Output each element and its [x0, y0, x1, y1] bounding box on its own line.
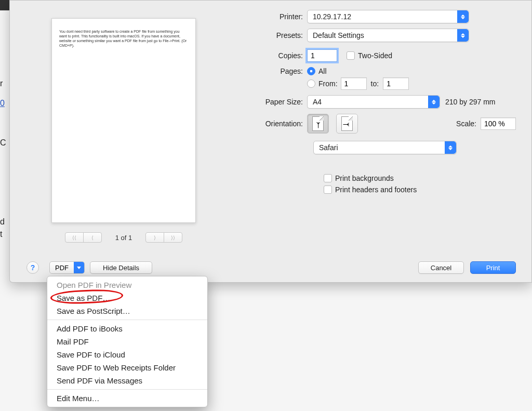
last-page-button[interactable]: ⟩⟩ [164, 232, 182, 243]
preview-column: You dont need third party software to cr… [51, 18, 196, 243]
page-indicator: 1 of 1 [105, 234, 143, 242]
pages-label: Pages: [246, 67, 307, 75]
copies-input[interactable] [307, 49, 337, 62]
person-icon: ᛉ [342, 123, 350, 126]
scale-label: Scale: [456, 120, 481, 128]
paper-size-label: Paper Size: [246, 98, 307, 106]
app-options-value: Safari [314, 143, 343, 152]
menu-add-to-ibooks[interactable]: Add PDF to iBooks [47, 322, 207, 335]
scale-input[interactable] [481, 117, 516, 130]
print-button[interactable]: Print [470, 261, 516, 274]
pages-all-radio[interactable] [307, 67, 315, 75]
next-page-button[interactable]: ⟩ [145, 232, 164, 243]
presets-select[interactable]: Default Settings [307, 29, 469, 42]
presets-label: Presets: [246, 31, 307, 39]
bg-text-fragment: d [0, 217, 8, 227]
copies-label: Copies: [246, 51, 307, 60]
menu-save-as-pdf[interactable]: Save as PDF… [47, 291, 207, 304]
menu-web-receipts[interactable]: Save PDF to Web Receipts Folder [47, 361, 207, 374]
menu-save-to-icloud[interactable]: Save PDF to iCloud [47, 348, 207, 361]
bg-link-fragment: 0 [0, 99, 8, 108]
prev-page-button[interactable]: ⟨ [83, 232, 102, 243]
print-headers-checkbox[interactable] [324, 185, 332, 194]
pages-from-input[interactable] [341, 77, 367, 90]
two-sided-checkbox[interactable] [347, 51, 355, 60]
app-options-select[interactable]: Safari [313, 141, 457, 154]
menu-send-messages[interactable]: Send PDF via Messages [47, 374, 207, 387]
two-sided-label: Two-Sided [358, 51, 392, 60]
form-column: Printer: 10.29.17.12 Presets: Default Se… [246, 10, 516, 199]
paper-dimensions: 210 by 297 mm [445, 98, 496, 106]
pdf-menu-button[interactable]: PDF [49, 261, 85, 274]
bottom-action-row: ? PDF Hide Details Cancel Print [26, 261, 516, 274]
chevrons-icon [457, 29, 469, 42]
page-nav: ⟨⟨ ⟨ 1 of 1 ⟩ ⟩⟩ [51, 232, 196, 243]
orientation-portrait-button[interactable]: ᛉ [307, 114, 329, 134]
paper-size-value: A4 [308, 98, 327, 106]
pages-from-label: From: [318, 79, 338, 88]
person-icon: ᛉ [316, 122, 320, 129]
pdf-button-label: PDF [50, 264, 74, 272]
pages-all-label: All [318, 67, 327, 75]
print-headers-label: Print headers and footers [335, 185, 417, 194]
print-backgrounds-checkbox[interactable] [324, 174, 332, 182]
pages-to-input[interactable] [383, 77, 409, 90]
hide-details-button[interactable]: Hide Details [90, 261, 152, 274]
menu-save-as-postscript[interactable]: Save as PostScript… [47, 304, 207, 317]
presets-value: Default Settings [308, 31, 369, 39]
bg-text-fragment: t [0, 230, 8, 239]
orientation-landscape-button[interactable]: ᛉ [336, 114, 358, 134]
pages-to-label: to: [371, 79, 379, 88]
menu-mail-pdf[interactable]: Mail PDF [47, 335, 207, 348]
orientation-label: Orientation: [246, 120, 307, 128]
printer-label: Printer: [246, 12, 307, 21]
help-button[interactable]: ? [26, 261, 39, 274]
bg-text-fragment: C [0, 138, 8, 148]
printer-select[interactable]: 10.29.17.12 [307, 10, 469, 23]
print-dialog: You dont need third party software to cr… [9, 0, 532, 283]
print-backgrounds-label: Print backgrounds [335, 174, 394, 182]
pages-from-radio[interactable] [307, 79, 315, 88]
paper-size-select[interactable]: A4 [307, 95, 440, 109]
chevrons-icon [428, 96, 440, 108]
menu-separator [47, 389, 207, 390]
menu-edit-menu[interactable]: Edit Menu… [47, 392, 207, 405]
page-preview: You dont need third party software to cr… [51, 18, 196, 223]
preview-text: You dont need third party software to cr… [59, 29, 188, 48]
chevrons-icon [445, 141, 456, 154]
menu-open-pdf-preview[interactable]: Open PDF in Preview [47, 279, 207, 291]
cancel-button[interactable]: Cancel [418, 261, 464, 274]
chevrons-icon [457, 10, 469, 23]
printer-value: 10.29.17.12 [308, 12, 356, 21]
pdf-dropdown-menu: Open PDF in Preview Save as PDF… Save as… [47, 276, 208, 407]
bg-text-fragment: r [0, 79, 8, 88]
first-page-button[interactable]: ⟨⟨ [65, 232, 84, 243]
menu-separator [47, 320, 207, 320]
chevron-down-icon [74, 262, 84, 273]
